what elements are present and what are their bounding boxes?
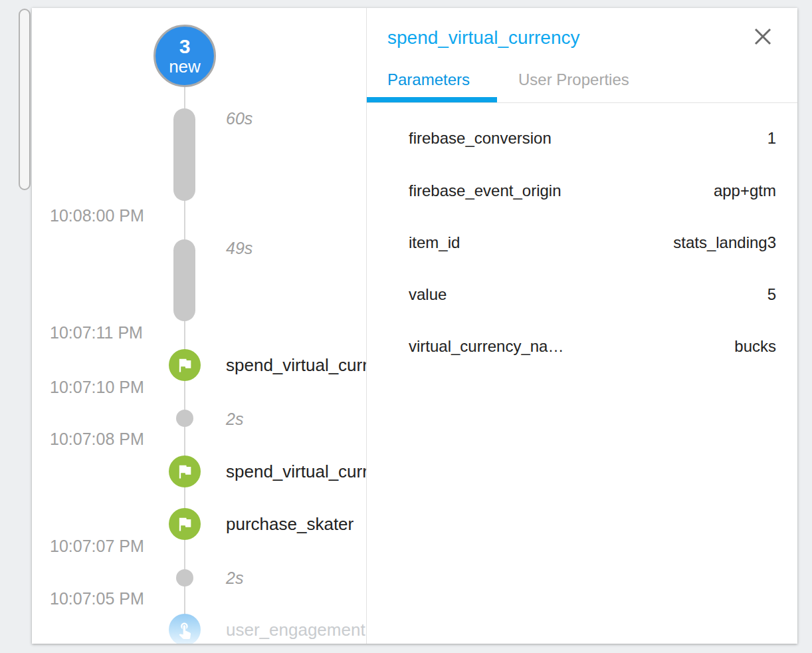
active-tab-underline [367,97,497,102]
flag-icon[interactable] [169,508,201,540]
timestamp: 10:07:07 PM [50,536,144,556]
parameter-row[interactable]: firebase_event_origin app+gtm [409,181,776,201]
parameter-value: 5 [767,285,776,304]
event-label[interactable]: user_engagement [226,620,365,640]
flag-icon[interactable] [169,456,201,487]
parameter-row[interactable]: firebase_conversion 1 [409,128,776,148]
parameter-row[interactable]: value 5 [409,285,776,305]
duration-label: 2s [226,568,243,588]
parameter-value: stats_landing3 [673,233,776,252]
timestamp: 10:07:08 PM [50,429,144,449]
new-events-label: new [169,57,201,76]
flag-icon[interactable] [169,349,201,381]
collapsed-events-pill[interactable] [173,239,195,321]
new-events-count: 3 [179,36,191,57]
parameter-value: bucks [734,337,776,356]
vertical-scrollbar-thumb[interactable] [19,9,31,190]
parameter-key: firebase_event_origin [409,182,561,200]
parameter-row[interactable]: item_id stats_landing3 [409,233,776,253]
event-timeline: 3 new 60s 49s 2s 2s 10:08:00 PM 10:07:11… [32,8,366,644]
event-label[interactable]: spend_virtual_currency [226,355,366,375]
tab-user-properties[interactable]: User Properties [518,70,629,90]
panel-divider [366,8,367,644]
debug-view-card: 3 new 60s 49s 2s 2s 10:08:00 PM 10:07:11… [32,8,797,644]
tabs-divider [367,102,797,103]
parameter-key: virtual_currency_na… [409,337,563,356]
parameter-value: 1 [767,129,776,148]
parameter-key: value [409,285,447,304]
event-label[interactable]: spend_virtual_currency [226,461,366,481]
collapsed-events-pill[interactable] [173,108,195,201]
parameter-value: app+gtm [714,182,776,200]
event-label[interactable]: purchase_skater [226,514,354,534]
parameter-row[interactable]: virtual_currency_na… bucks [409,336,776,356]
duration-label: 60s [226,108,253,128]
seconds-marker-dot[interactable] [176,569,193,587]
close-icon[interactable] [752,25,774,48]
parameter-key: item_id [409,233,460,252]
timestamp: 10:07:11 PM [50,323,143,342]
seconds-marker-dot[interactable] [176,410,193,427]
parameter-key: firebase_conversion [409,129,552,148]
duration-label: 2s [226,409,243,429]
timestamp: 10:08:00 PM [50,205,144,225]
timestamp: 10:07:05 PM [50,588,144,608]
touch-icon[interactable] [169,614,201,644]
event-detail-title: spend_virtual_currency [387,27,580,49]
timestamp: 10:07:10 PM [50,377,144,397]
tab-parameters[interactable]: Parameters [387,70,470,90]
duration-label: 49s [226,238,253,258]
new-events-badge[interactable]: 3 new [153,25,216,87]
